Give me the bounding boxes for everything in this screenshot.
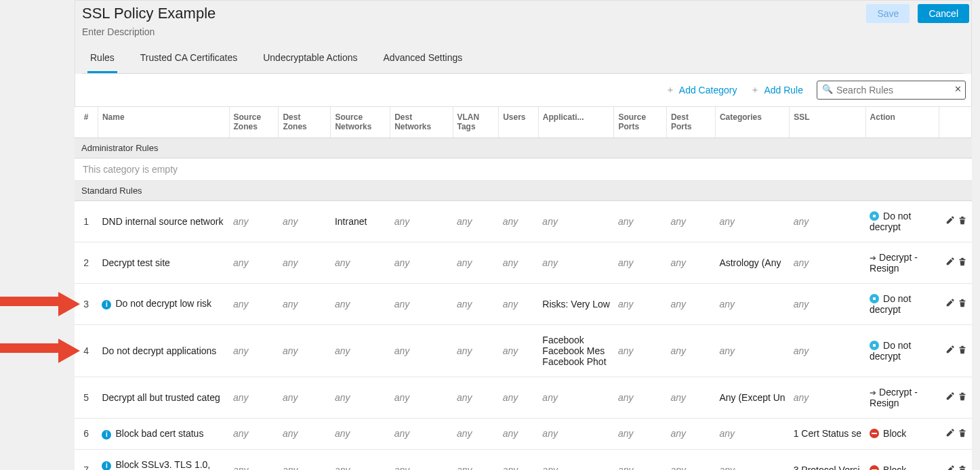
cell-any: any bbox=[233, 216, 249, 227]
clear-search-icon[interactable]: ✕ bbox=[954, 84, 962, 94]
cell-ssl: 1 Cert Status se bbox=[790, 418, 865, 449]
cell-any: any bbox=[670, 299, 686, 309]
cell-sn: any bbox=[331, 449, 390, 470]
cancel-button[interactable]: Cancel bbox=[918, 4, 969, 23]
col-action[interactable]: Action bbox=[865, 107, 939, 137]
table-row[interactable]: 5Decrypt all but trusted categanyanyanya… bbox=[75, 377, 972, 418]
tab-bar: Rules Trusted CA Certificates Undecrypta… bbox=[82, 45, 964, 74]
cell-any: any bbox=[335, 299, 350, 309]
edit-icon[interactable] bbox=[945, 345, 955, 354]
cell-dz: any bbox=[279, 449, 331, 470]
rule-number: 5 bbox=[75, 377, 98, 418]
cell-ops bbox=[939, 324, 971, 377]
delete-icon[interactable] bbox=[958, 215, 967, 225]
edit-icon[interactable] bbox=[945, 428, 955, 437]
col-applications[interactable]: Applicati... bbox=[538, 107, 614, 137]
cell-dz: any bbox=[279, 324, 331, 377]
cell-vl: any bbox=[453, 283, 499, 324]
cell-any: any bbox=[335, 465, 350, 470]
table-row[interactable]: 1DND internal source networkanyanyIntran… bbox=[75, 200, 972, 242]
col-dest-networks[interactable]: Dest Networks bbox=[390, 107, 453, 137]
table-row[interactable]: 6iBlock bad cert statusanyanyanyanyanyan… bbox=[75, 418, 972, 449]
table-row[interactable]: 2Decrypt test siteanyanyanyanyanyanyanya… bbox=[75, 242, 972, 283]
cell-ops bbox=[939, 449, 971, 470]
col-ssl[interactable]: SSL bbox=[790, 107, 865, 137]
info-icon[interactable]: i bbox=[102, 300, 111, 309]
cell-action: Block bbox=[865, 449, 939, 470]
cell-sz: any bbox=[229, 449, 279, 470]
search-input[interactable] bbox=[817, 81, 966, 100]
action-badge: Decrypt - Resign bbox=[870, 387, 918, 408]
cell-any: any bbox=[794, 392, 809, 403]
cell-any: any bbox=[233, 299, 249, 309]
table-row[interactable]: 4Do not decrypt applicationsanyanyanyany… bbox=[75, 324, 972, 377]
delete-icon[interactable] bbox=[958, 345, 967, 354]
cell-any: any bbox=[283, 392, 298, 403]
cell-dz: any bbox=[279, 377, 331, 418]
cell-value: Astrology (Any bbox=[719, 257, 785, 268]
col-name[interactable]: Name bbox=[98, 107, 229, 137]
cell-ap: any bbox=[538, 200, 614, 242]
cell-ap: any bbox=[538, 418, 614, 449]
add-category-button[interactable]: ＋ Add Category bbox=[666, 84, 737, 96]
rules-table: # Name Source Zones Dest Zones Source Ne… bbox=[75, 107, 972, 470]
cell-any: any bbox=[719, 299, 735, 309]
tab-advanced[interactable]: Advanced Settings bbox=[381, 45, 466, 73]
delete-icon[interactable] bbox=[958, 298, 967, 307]
add-rule-button[interactable]: ＋ Add Rule bbox=[750, 84, 803, 96]
cell-dz: any bbox=[279, 283, 331, 324]
cell-cat: any bbox=[715, 324, 789, 377]
col-dest-zones[interactable]: Dest Zones bbox=[279, 107, 331, 137]
col-categories[interactable]: Categories bbox=[715, 107, 789, 137]
table-row[interactable]: 3iDo not decrypt low riskanyanyanyanyany… bbox=[75, 283, 972, 324]
cell-any: any bbox=[618, 257, 634, 268]
info-icon[interactable]: i bbox=[102, 430, 111, 440]
cell-action: Block bbox=[865, 418, 939, 449]
table-row[interactable]: 7iBlock SSLv3. TLS 1.0, 1.1anyanyanyanya… bbox=[75, 449, 972, 470]
page-description[interactable]: Enter Description bbox=[82, 26, 964, 37]
col-dest-ports[interactable]: Dest Ports bbox=[666, 107, 715, 137]
col-source-zones[interactable]: Source Zones bbox=[229, 107, 279, 137]
edit-icon[interactable] bbox=[945, 391, 955, 401]
rule-name: Decrypt all but trusted categ bbox=[98, 377, 229, 418]
cell-any: any bbox=[670, 216, 686, 227]
cell-dp: any bbox=[666, 283, 715, 324]
cell-ssl: any bbox=[790, 283, 865, 324]
cell-dp: any bbox=[666, 242, 715, 283]
cell-cat: any bbox=[715, 418, 789, 449]
cell-sn: any bbox=[331, 324, 390, 377]
delete-icon[interactable] bbox=[958, 391, 967, 401]
rule-number: 2 bbox=[75, 242, 98, 283]
cell-any: any bbox=[233, 465, 249, 470]
col-vlan-tags[interactable]: VLAN Tags bbox=[453, 107, 499, 137]
cell-any: any bbox=[394, 392, 410, 403]
delete-icon[interactable] bbox=[958, 428, 967, 437]
save-button[interactable]: Save bbox=[866, 4, 910, 23]
edit-icon[interactable] bbox=[945, 257, 955, 266]
cell-any: any bbox=[618, 216, 634, 227]
cell-any: any bbox=[233, 345, 249, 356]
col-num[interactable]: # bbox=[75, 107, 98, 137]
cell-any: any bbox=[542, 216, 558, 227]
cell-ssl: any bbox=[790, 242, 865, 283]
delete-icon[interactable] bbox=[958, 257, 967, 266]
info-icon[interactable]: i bbox=[102, 461, 111, 470]
edit-icon[interactable] bbox=[945, 215, 955, 225]
cell-any: any bbox=[719, 465, 735, 470]
cell-vl: any bbox=[453, 418, 499, 449]
tab-undecryptable[interactable]: Undecryptable Actions bbox=[260, 45, 360, 73]
tab-trusted-ca[interactable]: Trusted CA Certificates bbox=[138, 45, 240, 73]
edit-icon[interactable] bbox=[945, 465, 955, 470]
tab-rules[interactable]: Rules bbox=[87, 45, 117, 73]
cell-ssl: any bbox=[790, 377, 865, 418]
edit-icon[interactable] bbox=[945, 298, 955, 307]
cell-sp: any bbox=[614, 200, 666, 242]
cell-us: any bbox=[499, 242, 539, 283]
cell-any: any bbox=[542, 392, 558, 403]
col-source-ports[interactable]: Source Ports bbox=[614, 107, 666, 137]
cell-dn: any bbox=[390, 324, 453, 377]
col-users[interactable]: Users bbox=[499, 107, 539, 137]
cell-any: any bbox=[233, 392, 249, 403]
col-source-networks[interactable]: Source Networks bbox=[331, 107, 390, 137]
delete-icon[interactable] bbox=[958, 465, 967, 470]
